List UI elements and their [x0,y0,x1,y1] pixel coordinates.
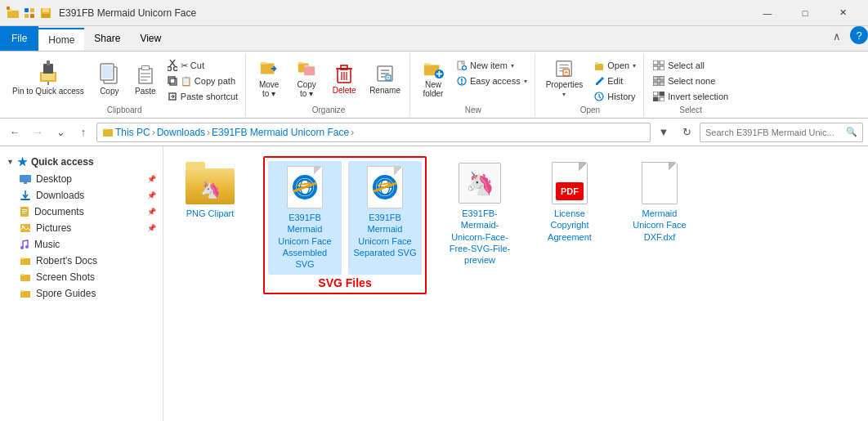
sidebar-item-roberts-docs[interactable]: Robert's Docs [0,253,163,269]
sidebar-item-screenshots[interactable]: Screen Shots [0,269,163,285]
quick-access-header[interactable]: ▼ ★ Quick access [0,153,163,171]
ribbon-collapse-button[interactable]: ∧ [827,26,847,46]
delete-button[interactable]: Delete [326,55,362,102]
invert-selection-icon [653,92,664,101]
svg-point-96 [25,245,29,249]
new-folder-button[interactable]: Newfolder [415,55,451,102]
pin-indicator-downloads: 📌 [147,191,156,199]
copy-to-button[interactable]: Copyto ▾ [289,55,324,102]
forward-button[interactable]: → [28,123,47,142]
svg-rect-91 [22,211,27,212]
tab-home[interactable]: Home [38,28,84,51]
tab-view[interactable]: View [130,26,171,51]
sidebar-item-spore-guides[interactable]: Spore Guides [0,285,163,302]
pin-to-quick-access-button[interactable]: Pin to Quick access [7,55,90,102]
folder-icon-png-clipart: 🦄 [184,162,236,204]
pin-indicator-pictures: 📌 [147,224,156,232]
sidebar-item-documents[interactable]: Documents 📌 [0,204,163,220]
maximize-button[interactable]: □ [786,0,824,26]
up-button[interactable]: ↑ [74,123,93,142]
dxf-icon [642,162,678,204]
svg-rect-5 [25,14,29,18]
paste-button[interactable]: Paste [129,55,162,102]
path-current-folder[interactable]: E391FB Mermaid Unicorn Face [212,127,349,138]
dropdown-button[interactable]: ▼ [654,123,673,142]
svg-rect-73 [653,66,658,70]
assembled-svg-label: E391FB Mermaid Unicorn Face Assembled SV… [273,212,337,270]
svg-rect-32 [261,62,266,65]
easy-access-button[interactable]: Easy access ▾ [453,74,531,88]
paste-icon [135,62,156,85]
svg-rect-88 [20,199,30,200]
svg-rect-92 [22,213,25,213]
paste-shortcut-icon [168,92,177,101]
search-box[interactable]: 🔍 [700,123,863,142]
file-item-license[interactable]: PDF License Copyright Agreement [533,156,606,249]
refresh-button[interactable]: ↻ [677,123,696,142]
new-item-button[interactable]: New item ▾ [453,58,531,73]
properties-button[interactable]: Properties ▾ [540,55,589,102]
address-path[interactable]: This PC › Downloads › E391FB Mermaid Uni… [96,123,651,142]
svg-rect-80 [660,92,664,96]
title-controls[interactable]: — □ ✕ [749,0,861,26]
edit-label: Edit [607,76,623,86]
sidebar-item-music[interactable]: Music [0,236,163,253]
invert-selection-button[interactable]: Invert selection [649,89,732,104]
downloads-icon [20,190,31,201]
back-button[interactable]: ← [5,123,25,142]
minimize-button[interactable]: — [749,0,786,26]
paste-shortcut-button[interactable]: Paste shortcut [163,89,242,104]
roberts-docs-icon [20,256,31,266]
copy-path-button[interactable]: 📋 Copy path [163,74,242,88]
paste-area: Paste ✂ Cut [129,55,242,104]
select-none-icon [653,76,664,86]
close-button[interactable]: ✕ [824,0,861,26]
svg-rect-29 [168,77,175,83]
file-item-separated-svg[interactable]: E391FB Mermaid Unicorn Face Separated SV… [348,161,422,275]
select-group-content: Select all Select none [649,55,732,104]
recent-locations-button[interactable]: ⌄ [51,123,70,142]
file-item-dxf[interactable]: Mermaid Unicorn Face DXF.dxf [623,156,696,249]
help-button[interactable]: ? [850,26,868,44]
cut-label: ✂ Cut [181,60,204,71]
paste-button-label: Paste [135,87,156,96]
rename-button[interactable]: Rename [364,55,406,102]
select-none-button[interactable]: Select none [649,74,732,88]
sidebar-item-desktop[interactable]: Desktop 📌 [0,171,163,187]
move-to-button[interactable]: Moveto ▾ [251,55,287,102]
svg-rect-68 [595,64,603,70]
svg-rect-36 [304,65,309,67]
pin-icon [37,60,60,85]
select-all-button[interactable]: Select all [649,58,732,73]
easy-access-icon [457,76,467,86]
file-item-png-clipart[interactable]: 🦄 PNG Clipart [173,156,247,225]
sidebar: ▼ ★ Quick access Desktop 📌 [0,146,163,421]
edit-button[interactable]: Edit [590,74,640,88]
svg-rect-79 [653,92,658,96]
copy-button[interactable]: Copy [92,55,128,102]
history-button[interactable]: History [590,89,640,104]
path-this-pc[interactable]: This PC [115,127,150,138]
svg-rect-20 [142,66,149,69]
ribbon-group-select: Select all Select none [646,53,736,116]
tab-share[interactable]: Share [84,26,130,51]
open-button[interactable]: Open ▾ [590,58,640,73]
copy-button-label: Copy [100,87,119,96]
path-downloads[interactable]: Downloads [157,127,205,138]
cut-button[interactable]: ✂ Cut [163,58,242,73]
new-item-icon [457,60,467,70]
select-btns: Select all Select none [649,58,732,104]
svg-rect-90 [22,209,27,210]
sidebar-item-pictures[interactable]: Pictures 📌 [0,220,163,236]
copy-to-icon [296,59,317,78]
search-input[interactable] [705,128,843,137]
ribbon-group-organize: Moveto ▾ Copyto ▾ [248,53,410,116]
file-item-unicorn-preview[interactable]: 🦄 E391FB-Mermaid-Unicorn-Face-Free-SVG-F… [443,156,517,271]
ribbon-group-clipboard: Pin to Quick access Copy [3,53,246,116]
svg-rect-3 [25,8,29,12]
tab-file[interactable]: File [0,26,38,51]
star-icon: ★ [17,155,28,168]
svg-point-27 [173,67,177,71]
file-item-assembled-svg[interactable]: E391FB Mermaid Unicorn Face Assembled SV… [268,161,342,275]
sidebar-item-downloads[interactable]: Downloads 📌 [0,187,163,204]
